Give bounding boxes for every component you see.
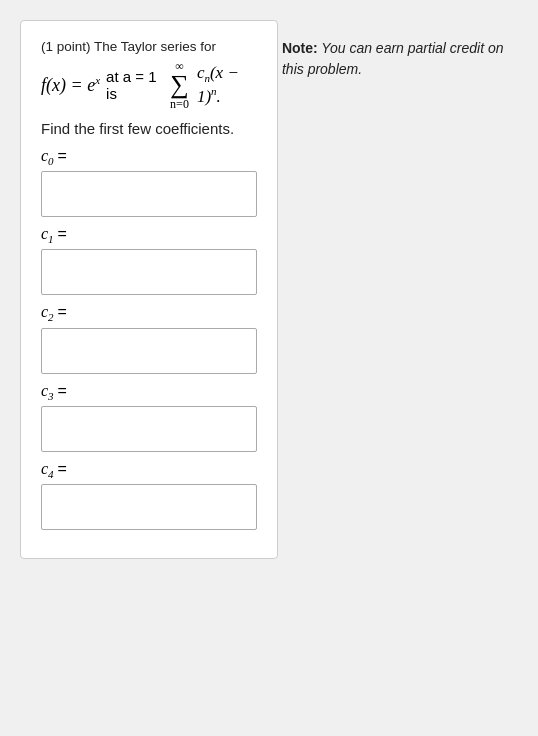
coeff-input-c0[interactable] — [41, 171, 257, 217]
coeff-row-c1: c1 = — [41, 225, 257, 295]
points-line: (1 point) The Taylor series for — [41, 39, 257, 54]
coeff-row-c4: c4 = — [41, 460, 257, 530]
sigma-notation: ∞ ∑ n=0 — [170, 60, 189, 110]
coeff-row-c0: c0 = — [41, 147, 257, 217]
coeff-row-c3: c3 = — [41, 382, 257, 452]
coeff-label-c4: c4 = — [41, 460, 257, 480]
problem-card: (1 point) The Taylor series for f(x) = e… — [20, 20, 278, 559]
at-a-equals: at a = 1 is — [106, 68, 162, 102]
note-section: Note: You can earn partial credit on thi… — [278, 38, 518, 80]
sigma-bottom: n=0 — [170, 98, 189, 110]
coeff-label-c0: c0 = — [41, 147, 257, 167]
coeff-input-c3[interactable] — [41, 406, 257, 452]
coeff-label-c2: c2 = — [41, 303, 257, 323]
coeff-input-c4[interactable] — [41, 484, 257, 530]
coeff-row-c2: c2 = — [41, 303, 257, 373]
function-expression: f(x) = ex — [41, 74, 100, 96]
instruction-text: Find the first few coefficients. — [41, 120, 257, 137]
coeff-label-c1: c1 = — [41, 225, 257, 245]
coeff-label-c3: c3 = — [41, 382, 257, 402]
sigma-symbol: ∑ — [170, 72, 189, 98]
points-text: (1 point) The Taylor series for — [41, 39, 216, 54]
coeff-input-c1[interactable] — [41, 249, 257, 295]
math-formula-line: f(x) = ex at a = 1 is ∞ ∑ n=0 cn(x − 1)n… — [41, 60, 257, 110]
note-bold: Note: — [282, 40, 318, 56]
series-term: cn(x − 1)n. — [197, 63, 257, 106]
coeff-input-c2[interactable] — [41, 328, 257, 374]
